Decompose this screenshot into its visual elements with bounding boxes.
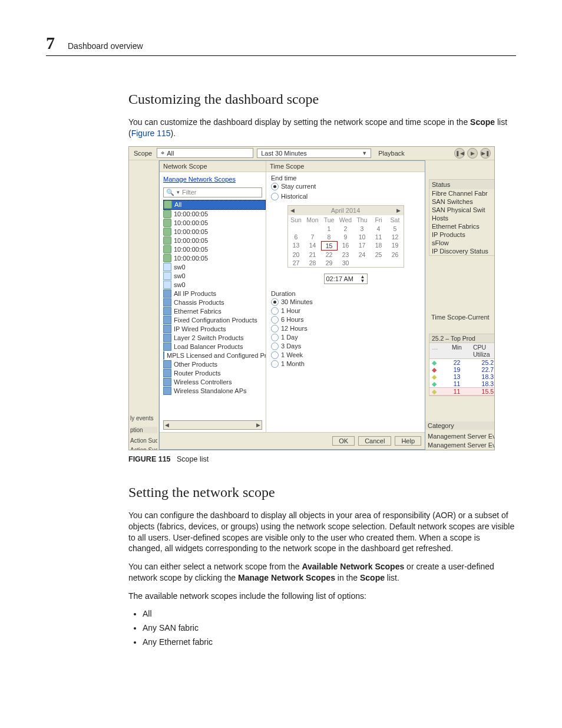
status-row[interactable]: Ethernet Fabrics (429, 222, 494, 230)
cal-day[interactable]: 16 (338, 241, 354, 251)
cal-day[interactable]: 3 (354, 225, 371, 233)
cal-day[interactable]: 19 (387, 241, 404, 251)
tree-item[interactable]: 10:00:00:05 (163, 228, 266, 236)
tree-item[interactable]: Ethernet Fabrics (163, 307, 266, 316)
manage-network-scopes-link[interactable]: Manage Network Scopes (160, 172, 266, 186)
status-row[interactable]: SAN Physical Swit (429, 206, 494, 214)
table-row[interactable]: ◆1118.3 (429, 380, 494, 387)
cal-day (371, 259, 387, 267)
historical-radio[interactable]: Historical (271, 193, 420, 200)
cal-day[interactable]: 11 (371, 233, 387, 241)
duration-radio[interactable]: 1 Hour (271, 307, 420, 315)
cal-day[interactable]: 27 (288, 259, 305, 267)
tree-item[interactable]: Chassis Products (163, 298, 266, 307)
tree-item[interactable]: Other Products (163, 360, 266, 369)
scroll-left-icon[interactable]: ◀ (165, 422, 169, 428)
tree-item[interactable]: Wireless Controllers (163, 378, 266, 387)
tree-item[interactable]: All (163, 200, 266, 210)
status-row[interactable]: Hosts (429, 214, 494, 222)
cal-day[interactable]: 22 (321, 251, 338, 259)
table-row[interactable]: ◆1115.5 (429, 387, 494, 396)
stay-current-radio[interactable]: Stay current (271, 183, 420, 190)
tree-item[interactable]: 10:00:00:05 (163, 219, 266, 228)
cal-day[interactable]: 25 (371, 251, 387, 259)
scroll-right-icon[interactable]: ▶ (256, 422, 260, 428)
cal-day[interactable]: 18 (371, 241, 387, 251)
spinner-icon[interactable]: ▲▼ (361, 275, 365, 283)
duration-radio[interactable]: 1 Day (271, 334, 420, 341)
tree-item[interactable]: Fixed Configuration Products (163, 316, 266, 325)
horizontal-scrollbar[interactable]: ◀ ▶ (163, 420, 262, 430)
cal-day[interactable]: 17 (354, 241, 371, 251)
time-spinner[interactable]: 02:17 AM ▲▼ (324, 274, 368, 284)
table-row[interactable]: ◆1318.3 (429, 373, 494, 380)
cal-day[interactable]: 5 (387, 225, 404, 233)
ok-button[interactable]: OK (332, 436, 355, 446)
help-button[interactable]: Help (395, 436, 421, 446)
cal-day[interactable]: 9 (338, 233, 354, 241)
tree-item[interactable]: MPLS Licensed and Configured Pro (163, 351, 266, 360)
time-range-selector[interactable]: Last 30 Minutes ▼ (257, 149, 371, 158)
tree-item[interactable]: 10:00:00:05 (163, 210, 266, 219)
duration-radio[interactable]: 1 Month (271, 360, 420, 368)
figure-reference-link[interactable]: Figure 115 (131, 129, 171, 138)
cancel-button[interactable]: Cancel (358, 436, 391, 446)
cal-day[interactable]: 21 (305, 251, 321, 259)
cal-day[interactable]: 24 (354, 251, 371, 259)
cal-day[interactable]: 15 (321, 241, 338, 251)
filter-input[interactable]: 🔍 ▾ Filter (163, 187, 262, 197)
tree-item[interactable]: sw0 (163, 263, 266, 272)
tree-item[interactable]: Layer 2 Switch Products (163, 334, 266, 342)
duration-radio[interactable]: 12 Hours (271, 325, 420, 332)
fabric-icon (163, 254, 171, 262)
cal-day[interactable]: 14 (305, 241, 321, 251)
cal-day[interactable]: 2 (338, 225, 354, 233)
duration-radio[interactable]: 1 Week (271, 351, 420, 359)
duration-radio[interactable]: 3 Days (271, 342, 420, 350)
tree-item[interactable]: 10:00:00:05 (163, 245, 266, 254)
status-row[interactable]: Fibre Channel Fabr (429, 189, 494, 197)
tree-item[interactable]: Router Products (163, 369, 266, 378)
status-row[interactable]: SAN Switches (429, 197, 494, 206)
cal-day[interactable]: 23 (338, 251, 354, 259)
table-row[interactable]: ◆1922.7 (429, 366, 494, 373)
cal-prev-icon[interactable]: ◀ (290, 207, 295, 213)
cal-dow: Mon (305, 215, 321, 225)
cal-day[interactable]: 30 (338, 259, 354, 267)
cal-day[interactable]: 8 (321, 233, 338, 241)
cal-day[interactable]: 1 (321, 225, 338, 233)
tree-item[interactable]: 10:00:00:05 (163, 236, 266, 245)
cal-day[interactable]: 12 (387, 233, 404, 241)
chevron-down-icon: ▾ (177, 189, 180, 195)
tree-item[interactable]: sw0 (163, 281, 266, 289)
cal-day[interactable]: 13 (288, 241, 305, 251)
tree-item[interactable]: Wireless Standalone APs (163, 387, 266, 396)
tree-item[interactable]: Load Balancer Products (163, 342, 266, 351)
scope-value-box[interactable]: ⌖ All (157, 148, 253, 158)
table-row[interactable]: ◆2225.2 (429, 359, 494, 366)
tree-item[interactable]: sw0 (163, 272, 266, 281)
cal-next-icon[interactable]: ▶ (396, 207, 401, 213)
network-scope-tree[interactable]: All10:00:00:0510:00:00:0510:00:00:0510:0… (160, 200, 266, 418)
cal-day[interactable]: 28 (305, 259, 321, 267)
status-row[interactable]: IP Discovery Status (429, 247, 494, 255)
cal-day[interactable]: 7 (305, 233, 321, 241)
cal-day[interactable]: 6 (288, 233, 305, 241)
status-row[interactable]: sFlow (429, 239, 494, 247)
fabric-icon (163, 236, 171, 245)
playback-play-icon[interactable]: ▶ (467, 148, 478, 159)
cal-day[interactable]: 26 (387, 251, 404, 259)
duration-radio[interactable]: 6 Hours (271, 316, 420, 324)
playback-next-icon[interactable]: ▶❚ (480, 148, 491, 159)
calendar-widget[interactable]: ◀ April 2014 ▶ SunMonTueWedThuFriSat1234… (287, 205, 404, 268)
cal-day[interactable]: 29 (321, 259, 338, 267)
tree-item[interactable]: 10:00:00:05 (163, 254, 266, 263)
duration-radio[interactable]: 30 Minutes (271, 298, 420, 306)
cal-day[interactable]: 20 (288, 251, 305, 259)
cal-day[interactable]: 4 (371, 225, 387, 233)
cal-day[interactable]: 10 (354, 233, 371, 241)
status-row[interactable]: IP Products (429, 230, 494, 239)
tree-item[interactable]: IP Wired Products (163, 325, 266, 334)
playback-prev-icon[interactable]: ❚◀ (454, 148, 465, 159)
tree-item[interactable]: All IP Products (163, 289, 266, 298)
